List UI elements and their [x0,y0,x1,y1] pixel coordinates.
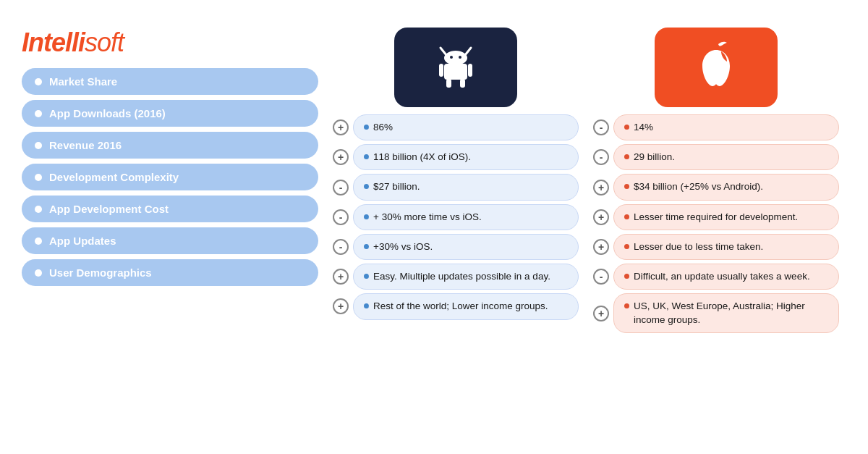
ios-card-6: US, UK, West Europe, Australia; Higher i… [613,293,839,332]
android-row-6: + Rest of the world; Lower income groups… [333,293,579,319]
sidebar-item-4: App Development Cost [22,196,318,222]
svg-point-4 [459,56,461,59]
apple-icon [691,38,741,96]
sidebar-item-3: Development Complexity [22,164,318,190]
android-toggle-2[interactable]: - [333,180,349,196]
ios-card-text-3: Lesser time required for development. [634,211,828,224]
android-row-5: + Easy. Miultiple updates possible in a … [333,264,579,290]
android-row-3: - + 30% more time vs iOS. [333,204,579,230]
svg-rect-6 [439,64,443,77]
sidebar-item-6: User Demographics [22,259,318,286]
page: Intellisoft Market ShareApp Downloads (2… [0,0,868,454]
sidebar-label-3: Development Complexity [49,171,179,183]
android-toggle-6[interactable]: + [333,298,349,314]
svg-line-0 [441,48,446,55]
ios-card-bullet-1 [624,154,629,159]
logo-soft: soft [85,28,124,57]
android-card-2: $27 billion. [353,174,579,200]
android-card-text-3: + 30% more time vs iOS. [373,211,568,224]
android-row-4: - +30% vs iOS. [333,234,579,260]
android-toggle-5[interactable]: + [333,269,349,285]
ios-row-5: - Difficult, an update usually takes a w… [593,264,839,290]
android-card-bullet-5 [364,274,369,279]
ios-card-bullet-5 [624,274,629,279]
sidebar-items: Market ShareApp Downloads (2016)Revenue … [22,68,318,286]
android-card-text-2: $27 billion. [373,180,568,193]
ios-row-6: + US, UK, West Europe, Australia; Higher… [593,293,839,332]
ios-data-rows: - 14% - 29 billion. + $34 billion (+25% … [593,114,839,333]
android-card-5: Easy. Miultiple updates possible in a da… [353,264,579,290]
ios-card-bullet-0 [624,125,629,130]
ios-card-3: Lesser time required for development. [613,204,839,230]
ios-toggle-4[interactable]: + [593,239,609,255]
ios-row-3: + Lesser time required for development. [593,204,839,230]
sidebar-label-2: Revenue 2016 [49,139,122,151]
android-card-1: 118 billion (4X of iOS). [353,144,579,170]
logo-intelli: Intelli [22,28,85,57]
ios-toggle-3[interactable]: + [593,209,609,225]
bullet-0 [35,78,42,85]
android-card-bullet-6 [364,303,369,308]
svg-rect-5 [444,64,467,80]
left-column: Intellisoft Market ShareApp Downloads (2… [22,28,326,440]
main-content: Intellisoft Market ShareApp Downloads (2… [22,28,846,440]
svg-point-3 [450,56,453,59]
sidebar-item-2: Revenue 2016 [22,132,318,159]
svg-line-1 [465,48,471,55]
ios-card-0: 14% [613,114,839,140]
svg-rect-7 [468,64,472,77]
ios-row-0: - 14% [593,114,839,140]
sidebar-item-5: App Updates [22,227,318,254]
ios-card-bullet-2 [624,184,629,189]
ios-card-text-4: Lesser due to less time taken. [634,240,828,253]
android-toggle-1[interactable]: + [333,149,349,165]
sidebar-label-4: App Development Cost [49,203,169,215]
ios-toggle-6[interactable]: + [593,306,609,321]
android-toggle-0[interactable]: + [333,119,349,135]
sidebar-item-0: Market Share [22,68,318,95]
ios-toggle-1[interactable]: - [593,149,609,165]
ios-card-text-1: 29 billion. [634,151,828,164]
ios-card-text-5: Difficult, an update usually takes a wee… [634,270,828,283]
android-card-bullet-2 [364,184,369,189]
ios-row-2: + $34 billion (+25% vs Android). [593,174,839,200]
bullet-5 [35,237,42,245]
android-column: + 86% + 118 billion (4X of iOS). - $27 b… [326,28,586,440]
android-card-text-6: Rest of the world; Lower income groups. [373,300,568,313]
ios-card-text-2: $34 billion (+25% vs Android). [634,180,828,193]
svg-rect-8 [446,79,451,88]
ios-card-bullet-3 [624,214,629,219]
ios-card-5: Difficult, an update usually takes a wee… [613,264,839,290]
bullet-2 [35,142,42,149]
android-card-0: 86% [353,114,579,140]
android-toggle-4[interactable]: - [333,239,349,255]
android-card-bullet-3 [364,214,369,219]
android-card-text-0: 86% [373,121,568,134]
android-card-text-1: 118 billion (4X of iOS). [373,151,568,164]
android-logo-box [394,28,517,107]
ios-toggle-5[interactable]: - [593,269,609,285]
bullet-1 [35,110,42,117]
logo: Intellisoft [22,28,318,58]
ios-column: - 14% - 29 billion. + $34 billion (+25% … [586,28,846,440]
svg-rect-9 [460,79,465,88]
android-card-bullet-0 [364,125,369,130]
ios-toggle-2[interactable]: + [593,180,609,196]
android-row-0: + 86% [333,114,579,140]
android-data-rows: + 86% + 118 billion (4X of iOS). - $27 b… [333,114,579,320]
android-card-bullet-1 [364,154,369,159]
sidebar-label-6: User Demographics [49,266,152,279]
android-card-text-4: +30% vs iOS. [373,240,568,253]
svg-point-2 [444,51,467,65]
ios-logo-box [655,28,778,107]
android-card-6: Rest of the world; Lower income groups. [353,293,579,319]
ios-toggle-0[interactable]: - [593,119,609,135]
sidebar-label-1: App Downloads (2016) [49,107,166,119]
sidebar-item-1: App Downloads (2016) [22,100,318,127]
ios-row-4: + Lesser due to less time taken. [593,234,839,260]
ios-card-1: 29 billion. [613,144,839,170]
ios-card-bullet-6 [624,303,629,308]
bullet-3 [35,174,42,181]
android-card-bullet-4 [364,244,369,249]
android-toggle-3[interactable]: - [333,209,349,225]
